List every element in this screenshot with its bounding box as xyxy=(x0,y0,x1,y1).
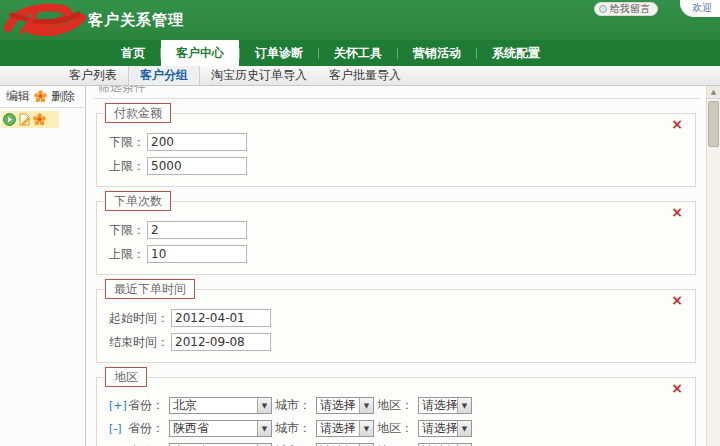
field-input[interactable] xyxy=(147,245,247,263)
filter-panel: 筛选条件 付款金额×下限：上限：下单次数×下限：上限：最近下单时间×起始时间：结… xyxy=(86,86,706,446)
field-input[interactable] xyxy=(147,221,247,239)
field-label: 上限： xyxy=(109,158,145,175)
region-row: [-]省份：山西省▼城市：请选择▼地区：请选择▼ xyxy=(109,442,687,446)
scroll-up-arrow-icon[interactable]: ▲ xyxy=(707,86,720,99)
province-label: 省份： xyxy=(128,397,164,414)
section-legend-region: 地区 xyxy=(105,367,147,387)
district-select[interactable]: 请选择▼ xyxy=(418,397,472,414)
redacted-logo-scribble xyxy=(2,1,90,39)
district-label: 地区： xyxy=(377,397,413,414)
section-payment-amount: 付款金额×下限：上限： xyxy=(96,113,696,187)
field-row: 下限： xyxy=(109,132,687,152)
field-row: 结束时间： xyxy=(109,332,687,352)
chevron-down-icon: ▼ xyxy=(457,421,471,436)
field-input[interactable] xyxy=(147,157,247,175)
region-row: [-]省份：陕西省▼城市：请选择▼地区：请选择▼ xyxy=(109,419,687,438)
province-select[interactable]: 北京▼ xyxy=(169,397,272,414)
field-row: 上限： xyxy=(109,156,687,176)
chevron-down-icon: ▼ xyxy=(257,398,271,413)
welcome-tab[interactable]: 欢迎 xyxy=(680,0,720,17)
toggle-row-link[interactable]: [+] xyxy=(109,399,125,412)
section-legend-payment-amount: 付款金额 xyxy=(105,103,171,123)
subnav-item-customer-list[interactable]: 客户列表 xyxy=(58,66,128,85)
close-icon[interactable]: × xyxy=(671,381,683,395)
field-label: 结束时间： xyxy=(109,334,169,351)
section-legend-order-count: 下单次数 xyxy=(105,191,171,211)
field-label: 下限： xyxy=(109,222,145,239)
region-row: [+]省份：北京▼城市：请选择▼地区：请选择▼ xyxy=(109,396,687,415)
subnav-item-taobao-history-import[interactable]: 淘宝历史订单导入 xyxy=(200,66,318,85)
section-order-count: 下单次数×下限：上限： xyxy=(96,201,696,275)
select-value: 请选择 xyxy=(419,421,457,436)
leave-message-label: 给我留言 xyxy=(610,3,650,15)
page-edit-icon xyxy=(18,113,31,126)
section-region: 地区×[+]省份：北京▼城市：请选择▼地区：请选择▼[-]省份：陕西省▼城市：请… xyxy=(96,377,696,446)
field-input[interactable] xyxy=(147,133,247,151)
field-input[interactable] xyxy=(171,333,271,351)
subnav-item-customer-group[interactable]: 客户分组 xyxy=(128,66,200,85)
field-label: 起始时间： xyxy=(109,310,169,327)
nav-item-system-config[interactable]: 系统配置 xyxy=(477,40,555,66)
select-value: 请选择 xyxy=(419,398,457,413)
close-icon[interactable]: × xyxy=(671,117,683,131)
chevron-down-icon: ▼ xyxy=(257,421,271,436)
field-row: 下限： xyxy=(109,220,687,240)
message-icon xyxy=(599,5,607,13)
delete-button[interactable]: 删除 xyxy=(51,88,75,105)
select-value: 北京 xyxy=(170,398,257,413)
sub-nav: 客户列表客户分组淘宝历史订单导入客户批量导入 xyxy=(0,66,720,86)
vertical-scrollbar[interactable]: ▲ xyxy=(706,86,720,446)
select-value: 请选择 xyxy=(317,421,359,436)
flower-icon xyxy=(34,90,47,103)
field-label: 上限： xyxy=(109,246,145,263)
field-label: 下限： xyxy=(109,134,145,151)
nav-item-marketing-activity[interactable]: 营销活动 xyxy=(398,40,476,66)
select-value: 请选择 xyxy=(317,398,359,413)
clipped-panel-title: 筛选条件 xyxy=(94,86,700,99)
city-select[interactable]: 请选择▼ xyxy=(316,420,374,437)
welcome-label: 欢迎 xyxy=(692,2,712,13)
nav-item-care-tools[interactable]: 关怀工具 xyxy=(319,40,397,66)
chevron-down-icon: ▼ xyxy=(457,398,471,413)
field-input[interactable] xyxy=(171,309,271,327)
select-value: 陕西省 xyxy=(170,421,257,436)
group-flower-icon xyxy=(33,113,46,126)
filter-sections: 付款金额×下限：上限：下单次数×下限：上限：最近下单时间×起始时间：结束时间：地… xyxy=(94,113,700,446)
edit-button[interactable]: 编辑 xyxy=(6,88,30,105)
field-row: 起始时间： xyxy=(109,308,687,328)
nav-item-order-diagnosis[interactable]: 订单诊断 xyxy=(240,40,318,66)
app-title: 客户关系管理 xyxy=(88,11,184,30)
subnav-item-customer-batch-import[interactable]: 客户批量导入 xyxy=(318,66,412,85)
district-select[interactable]: 请选择▼ xyxy=(418,420,472,437)
district-label: 地区： xyxy=(377,420,413,437)
group-tree-sidebar: 编辑 删除 xyxy=(0,86,86,446)
nav-item-home[interactable]: 首页 xyxy=(106,40,160,66)
sidebar-toolbar: 编辑 删除 xyxy=(0,86,85,108)
scrollbar-thumb[interactable] xyxy=(708,101,719,147)
chevron-down-icon: ▼ xyxy=(359,421,373,436)
top-header: 客户关系管理 给我留言 欢迎 xyxy=(0,0,720,40)
city-label: 城市： xyxy=(275,420,311,437)
page-body: 编辑 删除 筛选条件 xyxy=(0,86,720,446)
city-select[interactable]: 请选择▼ xyxy=(316,397,374,414)
main-nav: 首页客户中心订单诊断关怀工具营销活动系统配置 xyxy=(0,40,720,66)
province-label: 省份： xyxy=(128,420,164,437)
section-legend-recent-order-time: 最近下单时间 xyxy=(105,279,195,299)
toggle-row-link[interactable]: [-] xyxy=(109,422,125,435)
province-select[interactable]: 陕西省▼ xyxy=(169,420,272,437)
close-icon[interactable]: × xyxy=(671,205,683,219)
field-row: 上限： xyxy=(109,244,687,264)
tree-item-selected[interactable] xyxy=(1,111,59,128)
expand-node-icon[interactable] xyxy=(3,113,16,126)
chevron-down-icon: ▼ xyxy=(359,398,373,413)
city-label: 城市： xyxy=(275,397,311,414)
close-icon[interactable]: × xyxy=(671,293,683,307)
nav-item-customer-center[interactable]: 客户中心 xyxy=(161,38,239,66)
leave-message-button[interactable]: 给我留言 xyxy=(594,2,658,16)
section-recent-order-time: 最近下单时间×起始时间：结束时间： xyxy=(96,289,696,363)
